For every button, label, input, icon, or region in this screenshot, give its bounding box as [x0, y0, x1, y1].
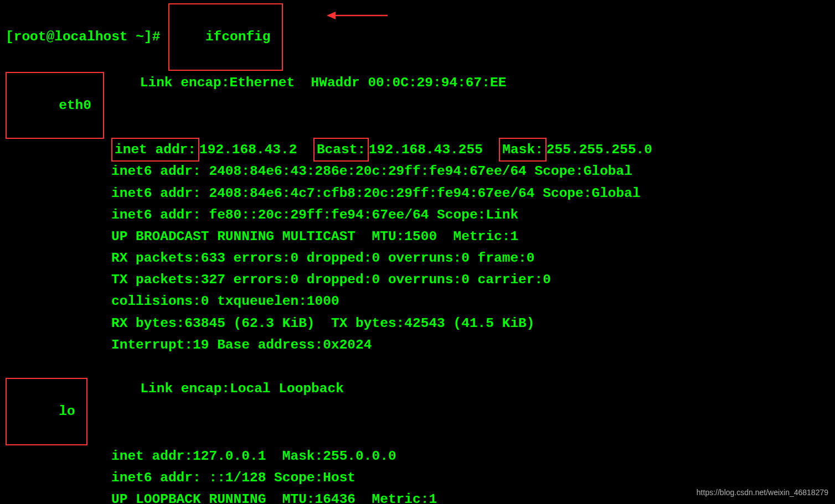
eth0-detail-line: RX packets:633 errors:0 dropped:0 overru…: [111, 247, 829, 269]
inet-addr-value: 192.168.43.2: [199, 139, 313, 160]
bcast-value: 192.168.43.255: [369, 139, 499, 160]
mask-label: Mask:: [502, 142, 543, 157]
eth0-detail-line: TX packets:327 errors:0 dropped:0 overru…: [111, 269, 829, 290]
shell-prompt: [root@localhost ~]#: [6, 26, 168, 48]
eth0-detail-line: inet6 addr: 2408:84e6:4c7:cfb8:20c:29ff:…: [111, 183, 829, 204]
interface-eth0-block: eth0 Link encap:Ethernet HWaddr 00:0C:29…: [6, 72, 829, 356]
bcast-label: Bcast:: [317, 142, 365, 157]
lo-detail-line: inet6 addr: ::1/128 Scope:Host: [111, 467, 829, 489]
eth0-detail-line: inet6 addr: 2408:84e6:43:286e:20c:29ff:f…: [111, 160, 829, 182]
eth0-detail-line: RX bytes:63845 (62.3 KiB) TX bytes:42543…: [111, 313, 829, 334]
lo-detail-line: inet addr:127.0.0.1 Mask:255.0.0.0: [111, 445, 829, 467]
interface-name-highlight-eth0: eth0: [6, 72, 104, 139]
command-highlight-box: ifconfig: [168, 3, 283, 71]
eth0-detail-line: UP BROADCAST RUNNING MULTICAST MTU:1500 …: [111, 226, 829, 247]
mask-value: 255.255.255.0: [547, 139, 652, 160]
watermark-text: https://blog.csdn.net/weixin_46818279: [697, 486, 828, 498]
interface-name-lo: lo: [59, 404, 83, 419]
interface-name-eth0: eth0: [59, 98, 100, 113]
mask-highlight-box: Mask:: [499, 138, 547, 162]
eth0-link-encap: Link encap:Ethernet HWaddr 00:0C:29:94:6…: [140, 72, 507, 93]
arrow-annotation-icon: [327, 4, 388, 31]
eth0-detail-line: inet6 addr: fe80::20c:29ff:fe94:67ee/64 …: [111, 204, 829, 226]
svg-marker-1: [327, 12, 336, 19]
spacer: [6, 356, 829, 377]
interface-lo-block: lo Link encap:Local Loopback inet addr:1…: [6, 378, 829, 504]
bcast-highlight-box: Bcast:: [313, 138, 369, 162]
interface-name-highlight-lo: lo: [6, 378, 87, 445]
terminal-prompt-line: [root@localhost ~]# ifconfig: [6, 3, 829, 71]
inet-addr-label: inet addr:: [115, 142, 196, 157]
eth0-inet-line: inet addr:192.168.43.2 Bcast:192.168.43.…: [111, 139, 829, 160]
inet-addr-highlight-box: inet addr:: [111, 138, 199, 162]
interface-lo-first-line: lo Link encap:Local Loopback: [6, 378, 829, 445]
command-text: ifconfig: [205, 29, 279, 44]
eth0-detail-line: Interrupt:19 Base address:0x2024: [111, 334, 829, 356]
eth0-detail-line: collisions:0 txqueuelen:1000: [111, 290, 829, 312]
lo-link-encap: Link encap:Local Loopback: [140, 378, 344, 399]
interface-eth0-first-line: eth0 Link encap:Ethernet HWaddr 00:0C:29…: [6, 72, 829, 139]
